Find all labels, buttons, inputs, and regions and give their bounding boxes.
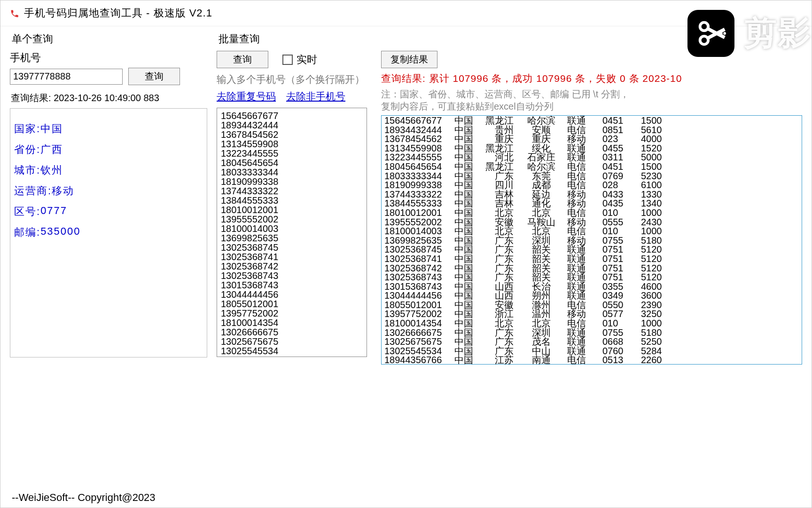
input-hint: 输入多个手机号（多个换行隔开） [217,73,367,86]
input-number-line: 13044444456 [221,290,363,299]
realtime-checkbox[interactable] [282,55,293,65]
input-number-line: 18010012001 [221,205,363,214]
single-result-line: 省份: 广西 [14,143,203,157]
remove-nonphone-link[interactable]: 去除非手机号 [286,90,345,103]
input-number-line: 15645667677 [221,111,363,120]
input-number-line: 13026666675 [221,327,363,337]
input-number-line: 13015368743 [221,280,363,290]
single-result-line: 邮编: 535000 [14,225,203,239]
input-number-line: 13844555333 [221,196,363,205]
input-number-line: 13025675675 [221,337,363,346]
single-result-line: 运营商: 移动 [14,184,203,198]
input-number-line: 18100014003 [221,224,363,233]
table-row: 13025545534中国广东中山联通07605284 [382,346,802,356]
table-row: 13223445555中国河北石家庄联通03115000 [382,152,802,162]
batch-input-textarea[interactable]: 1564566767718934432444136784545621313455… [217,108,367,357]
table-row: 13699825635中国广东深圳移动07555180 [382,236,802,245]
batch-output-column: 复制结果 查询结果: 累计 107996 条，成功 107996 条，失败 0 … [381,51,802,365]
table-row: 13044444456中国山西朔州联通03493600 [382,291,802,300]
table-row: 13744333322中国吉林延边移动04331330 [382,190,802,199]
table-row: 18190999338中国四川成都电信0286100 [382,180,802,190]
input-number-line: 18055012001 [221,299,363,309]
input-number-line: 13744333322 [221,186,363,196]
table-row: 18934432444中国贵州安顺电信08515610 [382,125,802,135]
input-number-line: 13025368743 [221,271,363,280]
single-group: 手机号 查询 查询结果: 2023-10-26 10:49:00 883 国家:… [10,51,207,357]
table-row: 13134559908中国黑龙江绥化联通04551520 [382,143,802,153]
input-number-line: 18934432444 [221,120,363,130]
single-result-timestamp: 查询结果: 2023-10-26 10:49:00 883 [11,92,207,104]
svg-point-4 [723,32,726,35]
table-row: 13957752002中国浙江温州移动05773250 [382,309,802,318]
input-number-line: 13134559908 [221,139,363,149]
input-number-line: 18045645654 [221,158,363,167]
batch-input-column: 查询 实时 输入多个手机号（多个换行隔开） 去除重复号码 去除非手机号 1564… [217,51,367,365]
table-row: 13025368742中国广东韶关联通07515120 [382,263,802,273]
input-number-line: 13699825635 [221,233,363,243]
input-number-line: 13223445555 [221,149,363,158]
input-number-line: 13025368742 [221,262,363,271]
input-number-line: 13957752002 [221,309,363,318]
table-row: 13955552002中国安徽马鞍山移动05552430 [382,217,802,227]
single-header: 单个查询 [10,29,207,51]
batch-stats: 查询结果: 累计 107996 条，成功 107996 条，失败 0 条 202… [381,72,802,85]
scissors-icon [687,10,734,57]
phone-label: 手机号 [10,51,207,65]
batch-query-button[interactable]: 查询 [217,51,268,68]
batch-note: 注：国家、省份、城市、运营商、区号、邮编 已用 \t 分割， 复制内容后，可直接… [381,88,802,112]
input-number-line: 18944356766 [221,356,363,357]
realtime-label: 实时 [297,53,317,67]
svg-point-0 [700,23,709,31]
input-number-line: 13025368741 [221,252,363,262]
single-result-line: 城市: 钦州 [14,163,203,177]
watermark: 剪影 [687,10,812,57]
single-result-box: 国家: 中国省份: 广西城市: 钦州运营商: 移动区号: 0777邮编: 535… [10,108,207,357]
table-row: 13025368745中国广东韶关联通07515120 [382,245,802,254]
table-row: 13026666675中国广东深圳联通07555180 [382,328,802,337]
single-query-panel: 单个查询 手机号 查询 查询结果: 2023-10-26 10:49:00 88… [10,29,207,384]
table-row: 13025368741中国广东韶关联通07515120 [382,254,802,263]
single-result-line: 区号: 0777 [14,205,203,219]
window-title: 手机号码归属地查询工具 - 极速版 V2.1 [24,6,212,20]
input-number-line: 18190999338 [221,177,363,186]
input-number-line: 18033333344 [221,167,363,177]
table-row: 18055012001中国安徽滁州电信05502390 [382,300,802,310]
dedupe-link[interactable]: 去除重复号码 [217,90,276,103]
input-number-line: 13955552002 [221,214,363,224]
table-row: 13678454562中国重庆重庆移动0234000 [382,134,802,143]
table-row: 18045645654中国黑龙江哈尔滨电信04511500 [382,162,802,171]
table-row: 13025675675中国广东茂名联通06685250 [382,337,802,346]
table-row: 18033333344中国广东东莞电信07695230 [382,171,802,181]
copy-results-button[interactable]: 复制结果 [381,51,437,68]
svg-point-1 [700,36,709,45]
svg-point-2 [717,32,719,35]
table-row: 13015368743中国山西长治联通03554600 [382,282,802,291]
realtime-checkbox-wrap[interactable]: 实时 [282,53,317,67]
table-row: 13025368743中国广东韶关联通07515120 [382,272,802,282]
input-number-line: 13025368745 [221,243,363,252]
single-query-button[interactable]: 查询 [128,68,180,85]
table-row: 18944356766中国江苏南通电信05132260 [382,355,802,365]
batch-results-table[interactable]: 15645667677中国黑龙江哈尔滨联通0451150018934432444… [381,115,802,365]
table-row: 13844555333中国吉林通化移动04351340 [382,198,802,208]
input-number-line: 18100014354 [221,318,363,327]
input-number-line: 13678454562 [221,130,363,139]
phone-input[interactable] [10,69,123,85]
watermark-text: 剪影 [744,11,812,56]
single-result-line: 国家: 中国 [14,122,203,136]
table-row: 15645667677中国黑龙江哈尔滨联通04511500 [382,116,802,125]
table-row: 18010012001中国北京北京电信0101000 [382,208,802,217]
batch-query-panel: 批量查询 查询 实时 输入多个手机号（多个换行隔开） 去除重复号码 去除非手机号 [217,29,802,384]
table-row: 18100014354中国北京北京电信0101000 [382,318,802,328]
footer-copyright: --WeiJieSoft-- Copyright@2023 [12,492,156,504]
input-number-line: 13025545534 [221,346,363,356]
table-row: 18100014003中国北京北京电信0101000 [382,226,802,236]
phone-icon [10,8,19,18]
svg-point-3 [720,32,723,35]
